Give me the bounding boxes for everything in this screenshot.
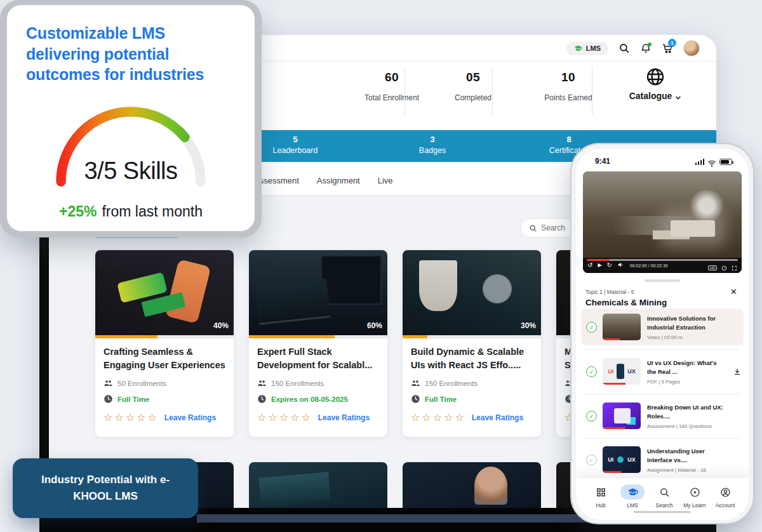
stat-label: Completed <box>425 93 521 102</box>
stat-points-earned: 10 Points Earned <box>521 70 616 102</box>
cell-signal-icon <box>695 159 705 165</box>
bluebar-badges[interactable]: 3 Badges <box>375 135 490 155</box>
thumb-label-ux: UX <box>627 368 636 375</box>
battery-icon <box>719 159 732 165</box>
leave-ratings-link[interactable]: Leave Ratings <box>164 413 216 422</box>
nav-label: Account <box>709 502 741 509</box>
video-controls: ↺ ▶ ↻ 00:02:00 / 00:22:30 HD <box>583 258 742 273</box>
course-title: Expert Full StackDevelopment for Scalabl… <box>257 345 379 372</box>
leave-ratings-link[interactable]: Leave Ratings <box>318 413 370 422</box>
stat-divider <box>404 67 405 116</box>
time-text: Full Time <box>117 396 149 403</box>
expiry-row: Expires on 08-05-2025 <box>257 394 379 404</box>
section-title: Chemicals & Mining <box>585 298 667 307</box>
notifications-bell-icon[interactable] <box>640 43 652 54</box>
enrollments-row: 150 Enrollments <box>257 378 379 388</box>
nav-lms[interactable]: LMS <box>617 484 648 509</box>
material-meta: Video | 02:00 m <box>647 335 727 340</box>
nav-search[interactable]: Search <box>648 484 680 509</box>
thumb-label-ui: UI <box>608 456 613 463</box>
course-title: Crafting Seamless &Engaging User Experie… <box>104 345 225 372</box>
enrollments-text: 150 Enrollments <box>271 380 324 387</box>
enrollments-text: 50 Enrollments <box>117 380 166 387</box>
nav-hub[interactable]: Hub <box>585 484 617 509</box>
list-divider <box>585 438 740 439</box>
promo-card-frame: Customizable LMS delivering potential ou… <box>0 0 262 237</box>
rewind-icon[interactable]: ↺ <box>587 262 592 269</box>
user-avatar[interactable] <box>683 40 700 57</box>
material-item[interactable]: ✓ UI UX Understanding User Interface vs.… <box>581 441 744 478</box>
delta-suffix: from last month <box>102 203 203 220</box>
smoke-plume <box>688 190 726 222</box>
play-circle-icon <box>683 484 707 500</box>
pending-check-icon: ✓ <box>586 455 597 465</box>
course-image: 60% <box>249 250 387 335</box>
enrollments-text: 150 Enrollments <box>425 380 478 387</box>
thumb-vs-dot <box>617 456 624 463</box>
graduation-cap-icon <box>574 44 582 53</box>
star-rating[interactable]: ☆☆☆☆☆ <box>257 411 312 423</box>
star-rating[interactable]: ☆☆☆☆☆ <box>411 411 466 423</box>
notification-dot <box>648 43 652 46</box>
nav-label: My Learn <box>679 502 711 509</box>
nav-account[interactable]: Account <box>709 484 741 509</box>
home-indicator[interactable] <box>634 511 691 513</box>
playback-speed-icon[interactable] <box>721 262 727 273</box>
thumb-phone-shape <box>617 364 624 379</box>
fullscreen-icon[interactable] <box>732 262 737 273</box>
time-row: Full Time <box>104 394 225 404</box>
course-image[interactable] <box>403 462 541 508</box>
sheet-drag-handle[interactable] <box>645 279 680 282</box>
volume-icon[interactable] <box>617 262 624 269</box>
material-item[interactable]: ✓ UI UX UI vs UX Design: What's the Real… <box>581 353 744 390</box>
topic-breadcrumb: Topic 1 | Material - 5 <box>585 289 634 295</box>
material-item[interactable]: ✓ Breaking Down UI and UX: Roles.... Ass… <box>581 397 744 434</box>
material-thumbnail: UI UX <box>603 358 641 385</box>
material-meta: Assessment | 180 Questions <box>647 423 727 429</box>
leave-ratings-link[interactable]: Leave Ratings <box>472 413 523 422</box>
wifi-icon <box>707 158 716 165</box>
tab-live[interactable]: Live <box>378 176 393 185</box>
page: LMS 1 ce 60 Total Enrollment <box>0 0 762 532</box>
material-thumbnail: UI UX <box>603 446 641 473</box>
enrollments-row: 150 Enrollments <box>411 378 533 388</box>
search-icon <box>529 224 537 232</box>
video-player[interactable]: ↺ ▶ ↻ 00:02:00 / 00:22:30 HD <box>583 171 742 273</box>
hd-quality-icon[interactable]: HD <box>708 265 717 270</box>
skills-promo-card: Customizable LMS delivering potential ou… <box>7 5 255 231</box>
cart-icon[interactable]: 1 <box>662 43 673 54</box>
industry-banner: Industry Potential with e-KHOOL LMS <box>13 458 198 518</box>
video-progress-track[interactable] <box>587 259 738 261</box>
course-card[interactable]: 60% Expert Full StackDevelopment for Sca… <box>249 250 387 437</box>
star-rating[interactable]: ☆☆☆☆☆ <box>104 411 159 423</box>
course-tabs: Assessment Assignment Live <box>254 176 393 185</box>
course-image: 40% <box>95 250 234 335</box>
course-image[interactable] <box>249 462 387 508</box>
list-divider <box>585 394 740 394</box>
completed-check-icon: ✓ <box>586 322 597 333</box>
clock-icon <box>257 394 267 404</box>
download-icon[interactable] <box>733 367 741 375</box>
window-header-actions: LMS 1 <box>566 39 700 57</box>
nav-my-learn[interactable]: My Learn <box>679 484 711 509</box>
course-card[interactable]: 30% Build Dynamic & ScalableUIs with Rea… <box>403 250 541 437</box>
material-thumbnail <box>603 314 641 340</box>
tab-assignment[interactable]: Assignment <box>317 176 360 185</box>
close-icon[interactable]: ✕ <box>730 287 737 296</box>
material-thumbnail <box>603 402 641 429</box>
completed-check-icon: ✓ <box>586 411 597 422</box>
catalogue-button[interactable]: Catalogue <box>611 67 700 101</box>
video-time: 00:02:00 / 00:22:30 <box>630 263 668 268</box>
search-icon[interactable] <box>618 43 630 54</box>
course-title: Build Dynamic & ScalableUIs with React J… <box>411 345 533 372</box>
enrollments-row: 50 Enrollments <box>104 378 225 388</box>
material-title: UI vs UX Design: What's the Real ... <box>647 359 727 376</box>
banner-label: Industry Potential with e-KHOOL LMS <box>28 472 183 505</box>
video-progress-fill <box>587 259 610 261</box>
forward-icon[interactable]: ↻ <box>607 262 612 269</box>
stat-divider <box>592 67 592 116</box>
course-card[interactable]: 40% Crafting Seamless &Engaging User Exp… <box>95 250 234 437</box>
material-item[interactable]: ✓ Innovative Solutions for Industrial Ex… <box>581 309 744 345</box>
play-icon[interactable]: ▶ <box>598 263 601 268</box>
lms-mode-pill[interactable]: LMS <box>566 42 608 55</box>
